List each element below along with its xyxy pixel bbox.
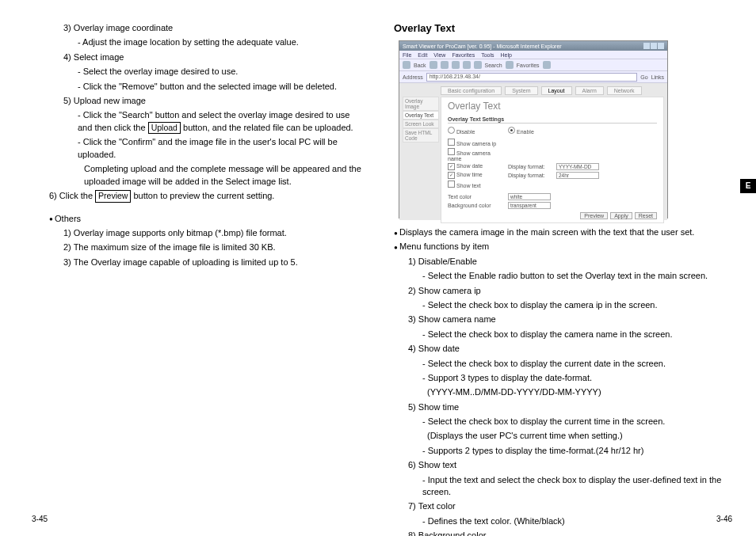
item-5-detail-1: - Click the "Search" button and select t… bbox=[49, 109, 362, 134]
sidebar[interactable]: Overlay Image Overlay Text Screen Look S… bbox=[403, 97, 439, 223]
left-page: 3) Overlay image coordinate - Adjust the… bbox=[8, 22, 378, 528]
address-input[interactable]: http://168.219.48.34/ bbox=[426, 73, 638, 82]
window-title: Smart Viewer for ProCam [ver. 0.95] - Mi… bbox=[403, 44, 562, 49]
item-4c: (YYYY-MM..D/MM-DD-YYYY/DD-MM-YYYY) bbox=[394, 386, 726, 398]
tab-system[interactable]: System bbox=[505, 86, 537, 95]
tab-layout[interactable]: Layout bbox=[541, 86, 572, 95]
item-5: 5) Upload new image bbox=[49, 95, 362, 107]
tab-alarm[interactable]: Alarm bbox=[575, 86, 604, 95]
browser-menubar[interactable]: File Edit View Favorites Tools Help bbox=[399, 51, 667, 59]
item-6: 6) Click the Preview button to preview t… bbox=[49, 190, 362, 203]
forward-icon[interactable] bbox=[430, 61, 437, 69]
item-8: 8) Background color bbox=[394, 530, 726, 536]
reset-button[interactable]: Reset bbox=[635, 212, 657, 219]
item-3-detail: - Adjust the image location by setting t… bbox=[49, 36, 362, 48]
others-2: 2) The maximum size of the image file is… bbox=[49, 241, 362, 253]
item-3: 3) Overlay image coordinate bbox=[49, 22, 362, 34]
item-4a: - Select the check box to display the cu… bbox=[394, 358, 726, 370]
text-color-label: Text color bbox=[448, 194, 503, 200]
page-spread: 3) Overlay image coordinate - Adjust the… bbox=[0, 0, 756, 536]
tab-network[interactable]: Network bbox=[607, 86, 642, 95]
others-1: 1) Overlay image supports only bitmap (*… bbox=[49, 227, 362, 239]
apply-button[interactable]: Apply bbox=[610, 212, 632, 219]
preview-button-ref: Preview bbox=[95, 190, 131, 203]
others-heading: Others bbox=[49, 213, 362, 225]
show-camera-name-check[interactable]: Show camera name bbox=[448, 148, 503, 162]
desc-2: Menu functions by item bbox=[394, 241, 726, 253]
window-titlebar: Smart Viewer for ProCam [ver. 0.95] - Mi… bbox=[399, 41, 667, 51]
item-2: 2) Show camera ip bbox=[394, 285, 726, 297]
time-format-select[interactable]: 24hr bbox=[556, 172, 599, 179]
enable-radio[interactable]: Enable bbox=[508, 127, 534, 135]
item-5r: 5) Show time bbox=[394, 401, 726, 413]
links-label: Links bbox=[651, 74, 664, 80]
item-5b: (Displays the user PC's current time whe… bbox=[394, 430, 726, 442]
item-6a: - Input the text and select the check bo… bbox=[394, 474, 726, 499]
page-number-left: 3-45 bbox=[32, 515, 48, 523]
bg-color-label: Background color bbox=[448, 203, 503, 208]
panel-title: Overlay Text bbox=[448, 101, 657, 112]
desc-1: Displays the camera image in the main sc… bbox=[394, 226, 726, 238]
item-5a: - Select the check box to display the cu… bbox=[394, 416, 726, 428]
upload-button-ref: Upload bbox=[148, 122, 181, 135]
item-4-detail-1: - Select the overlay image desired to us… bbox=[49, 66, 362, 78]
item-5-detail-2: - Click the "Confirm" and the image file… bbox=[49, 136, 362, 161]
page-number-right: 3-46 bbox=[716, 515, 732, 523]
tab-basic[interactable]: Basic configuration bbox=[441, 86, 502, 95]
media-icon[interactable] bbox=[543, 61, 551, 69]
section-heading: Overlay Text bbox=[394, 22, 726, 34]
disable-radio[interactable]: Disable bbox=[448, 127, 503, 135]
text-color-select[interactable]: white bbox=[508, 193, 551, 200]
settings-panel: Overlay Text Overlay Text Settings Disab… bbox=[441, 97, 664, 223]
stop-icon[interactable] bbox=[441, 61, 449, 69]
item-2a: - Select the check box to display the ca… bbox=[394, 299, 726, 311]
item-7: 7) Text color bbox=[394, 500, 726, 512]
show-time-check[interactable]: Show time bbox=[448, 172, 503, 179]
browser-toolbar[interactable]: Back Search Favorites bbox=[399, 59, 667, 71]
favorites-icon[interactable] bbox=[506, 61, 514, 69]
item-4r: 4) Show date bbox=[394, 343, 726, 355]
date-format-select[interactable]: YYYY-MM-DD bbox=[556, 163, 599, 170]
show-date-check[interactable]: Show date bbox=[448, 163, 503, 170]
main-tabs[interactable]: Basic configuration System Layout Alarm … bbox=[441, 86, 664, 95]
bg-color-select[interactable]: transparent bbox=[508, 202, 551, 209]
item-4: 4) Select image bbox=[49, 51, 362, 63]
go-button[interactable]: Go bbox=[640, 74, 647, 80]
item-1: 1) Disable/Enable bbox=[394, 256, 726, 268]
back-icon[interactable] bbox=[403, 61, 410, 69]
item-3a: - Select the check box to display the ca… bbox=[394, 329, 726, 340]
show-text-check[interactable]: Show text bbox=[448, 181, 503, 188]
others-3: 3) The Overlay image capable of uploadin… bbox=[49, 257, 362, 268]
time-format-label: Display format: bbox=[508, 173, 552, 178]
item-5-detail-3: Completing upload and the complete messa… bbox=[49, 163, 362, 188]
right-page: Overlay Text Smart Viewer for ProCam [ve… bbox=[378, 22, 748, 528]
date-format-label: Display format: bbox=[508, 164, 552, 169]
address-bar[interactable]: Address http://168.219.48.34/ Go Links bbox=[399, 71, 667, 83]
home-icon[interactable] bbox=[463, 61, 471, 69]
sidebar-overlay-text[interactable]: Overlay Text bbox=[403, 111, 439, 120]
item-6r: 6) Show text bbox=[394, 459, 726, 471]
sidebar-overlay-image[interactable]: Overlay Image bbox=[403, 97, 439, 111]
item-4b: - Support 3 types to display the date-fo… bbox=[394, 372, 726, 384]
search-icon[interactable] bbox=[474, 61, 482, 69]
item-5c: - Supports 2 types to display the time-f… bbox=[394, 445, 726, 457]
refresh-icon[interactable] bbox=[452, 61, 460, 69]
item-1a: - Select the Enable radio button to set … bbox=[394, 270, 726, 282]
embedded-screenshot: Smart Viewer for ProCam [ver. 0.95] - Mi… bbox=[399, 40, 668, 219]
group-title: Overlay Text Settings bbox=[448, 116, 657, 124]
preview-button[interactable]: Preview bbox=[580, 212, 608, 219]
item-3r: 3) Show camera name bbox=[394, 314, 726, 325]
sidebar-save-html[interactable]: Save HTML Code bbox=[403, 128, 439, 143]
item-7a: - Defines the text color. (White/black) bbox=[394, 515, 726, 527]
window-controls[interactable] bbox=[643, 43, 664, 50]
sidebar-screen-look[interactable]: Screen Look bbox=[403, 120, 439, 128]
item-4-detail-2: - Click the "Remove" button and the sele… bbox=[49, 81, 362, 93]
show-camera-ip-check[interactable]: Show camera ip bbox=[448, 139, 503, 146]
